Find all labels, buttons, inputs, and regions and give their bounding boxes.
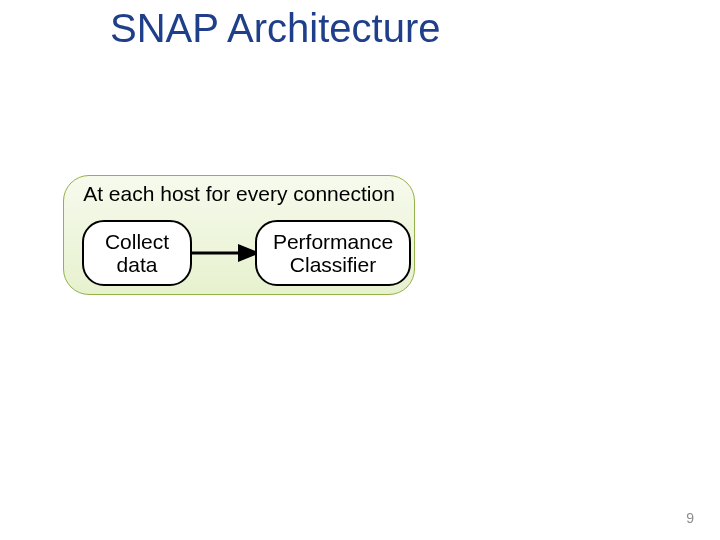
collect-data-box: Collect data: [82, 220, 192, 286]
collect-line1: Collect: [105, 230, 169, 253]
arrow-icon: [190, 240, 260, 266]
host-connection-panel: At each host for every connection Collec…: [63, 175, 415, 295]
classifier-line1: Performance: [273, 230, 393, 253]
slide-title: SNAP Architecture: [110, 6, 441, 51]
classifier-line2: Classifier: [290, 253, 376, 276]
performance-classifier-box: Performance Classifier: [255, 220, 411, 286]
page-number: 9: [686, 510, 694, 526]
panel-heading: At each host for every connection: [64, 182, 414, 206]
collect-line2: data: [117, 253, 158, 276]
